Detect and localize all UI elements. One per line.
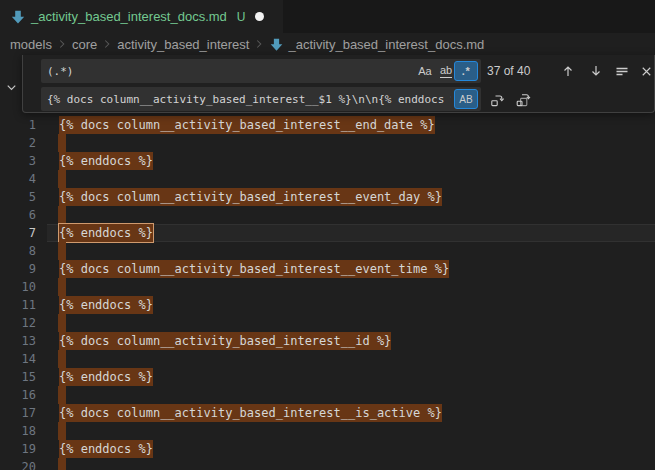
- close-icon[interactable]: [635, 60, 655, 82]
- line-number: 3: [0, 152, 36, 170]
- code-line[interactable]: 1{% docs column__activity_based_interest…: [0, 116, 655, 134]
- previous-match-button[interactable]: [557, 60, 579, 82]
- line-number: 6: [0, 206, 36, 224]
- chevron-right-icon: [55, 37, 69, 51]
- find-match-empty: [58, 242, 66, 260]
- code-line[interactable]: 10: [0, 278, 655, 296]
- find-match: {% docs column__activity_based_interest_…: [59, 404, 442, 422]
- find-match-empty: [58, 206, 66, 224]
- find-match-empty: [58, 278, 66, 296]
- line-text: [59, 278, 66, 296]
- line-number: 10: [0, 278, 36, 296]
- line-text: {% enddocs %}: [59, 224, 153, 242]
- code-line[interactable]: 11{% enddocs %}: [0, 296, 655, 314]
- line-text: [59, 422, 66, 440]
- line-text: [59, 242, 66, 260]
- line-text: [59, 350, 66, 368]
- line-text: {% docs column__activity_based_interest_…: [59, 332, 391, 350]
- line-number: 15: [0, 368, 36, 386]
- replace-input[interactable]: [41, 87, 481, 111]
- find-match-empty: [58, 134, 66, 152]
- next-match-button[interactable]: [585, 60, 607, 82]
- find-match: {% enddocs %}: [59, 152, 153, 170]
- regex-label: .*: [462, 65, 470, 77]
- find-match: {% docs column__activity_based_interest_…: [59, 188, 442, 206]
- line-number: 12: [0, 314, 36, 332]
- code-line[interactable]: 5{% docs column__activity_based_interest…: [0, 188, 655, 206]
- line-number: 17: [0, 404, 36, 422]
- toggle-replace-chevron-icon[interactable]: [2, 79, 20, 95]
- breadcrumb-item-folder[interactable]: activity_based_interest: [117, 37, 249, 52]
- markdown-file-icon: [269, 37, 284, 52]
- code-line[interactable]: 17{% docs column__activity_based_interes…: [0, 404, 655, 422]
- find-match: {% docs column__activity_based_interest_…: [59, 332, 391, 350]
- line-text: [59, 386, 66, 404]
- code-line[interactable]: 9{% docs column__activity_based_interest…: [0, 260, 655, 278]
- line-number: 4: [0, 170, 36, 188]
- line-number: 11: [0, 296, 36, 314]
- line-text: {% docs column__activity_based_interest_…: [59, 188, 442, 206]
- find-match: {% enddocs %}: [59, 440, 153, 458]
- find-match-empty: [58, 170, 66, 188]
- line-number: 5: [0, 188, 36, 206]
- find-match-empty: [58, 386, 66, 404]
- find-in-selection-icon[interactable]: [611, 60, 633, 82]
- git-status-badge: U: [237, 10, 246, 24]
- code-line[interactable]: 7{% enddocs %}: [0, 224, 655, 242]
- line-text: {% enddocs %}: [59, 368, 153, 386]
- find-widget: Aa ab .* 37 of 40 AB: [22, 55, 655, 113]
- line-text: {% enddocs %}: [59, 152, 153, 170]
- match-case-button[interactable]: Aa: [414, 61, 436, 81]
- modified-dot-icon[interactable]: [255, 12, 264, 21]
- tab-filename: _activity_based_interest_docs.md: [31, 9, 227, 24]
- find-match: {% docs column__activity_based_interest_…: [59, 260, 449, 278]
- breadcrumb-item-core[interactable]: core: [72, 37, 97, 52]
- tab-active[interactable]: _activity_based_interest_docs.md U: [0, 0, 283, 33]
- find-match-empty: [58, 314, 66, 332]
- line-text: {% enddocs %}: [59, 296, 153, 314]
- line-text: [59, 134, 66, 152]
- code-line[interactable]: 3{% enddocs %}: [0, 152, 655, 170]
- line-number: 1: [0, 116, 36, 134]
- code-line[interactable]: 19{% enddocs %}: [0, 440, 655, 458]
- code-line[interactable]: 20: [0, 458, 655, 470]
- line-text: {% docs column__activity_based_interest_…: [59, 260, 449, 278]
- line-number: 2: [0, 134, 36, 152]
- regex-button[interactable]: .*: [454, 61, 478, 81]
- line-text: [59, 170, 66, 188]
- line-text: {% docs column__activity_based_interest_…: [59, 116, 435, 134]
- code-line[interactable]: 8: [0, 242, 655, 260]
- preserve-case-button[interactable]: AB: [454, 89, 478, 109]
- code-lines: 1{% docs column__activity_based_interest…: [0, 116, 655, 470]
- line-text: [59, 314, 66, 332]
- code-line[interactable]: 15{% enddocs %}: [0, 368, 655, 386]
- breadcrumb-file-label: _activity_based_interest_docs.md: [288, 37, 484, 52]
- line-number: 19: [0, 440, 36, 458]
- replace-all-icon[interactable]: [513, 90, 533, 110]
- code-line[interactable]: 13{% docs column__activity_based_interes…: [0, 332, 655, 350]
- line-number: 20: [0, 458, 36, 470]
- line-text: [59, 206, 66, 224]
- breadcrumb-item-file[interactable]: _activity_based_interest_docs.md: [269, 37, 484, 52]
- line-number: 18: [0, 422, 36, 440]
- results-count: 37 of 40: [487, 59, 530, 83]
- find-match-empty: [58, 350, 66, 368]
- find-match: {% enddocs %}: [59, 296, 153, 314]
- find-match-empty: [58, 458, 66, 470]
- line-number: 13: [0, 332, 36, 350]
- code-line[interactable]: 14: [0, 350, 655, 368]
- match-case-label: Aa: [418, 65, 431, 77]
- code-line[interactable]: 16: [0, 386, 655, 404]
- markdown-file-icon: [10, 9, 26, 25]
- line-number: 8: [0, 242, 36, 260]
- breadcrumb-item-models[interactable]: models: [10, 37, 52, 52]
- line-text: [59, 458, 66, 470]
- code-line[interactable]: 18: [0, 422, 655, 440]
- code-line[interactable]: 2: [0, 134, 655, 152]
- code-line[interactable]: 4: [0, 170, 655, 188]
- line-number: 16: [0, 386, 36, 404]
- line-number: 9: [0, 260, 36, 278]
- code-line[interactable]: 12: [0, 314, 655, 332]
- code-line[interactable]: 6: [0, 206, 655, 224]
- replace-one-icon[interactable]: [487, 90, 507, 110]
